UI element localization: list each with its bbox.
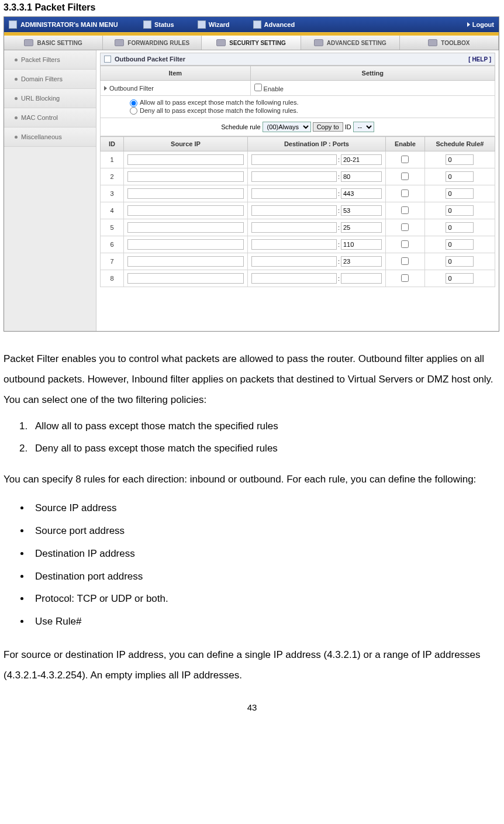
advanced-setting-icon — [314, 39, 323, 46]
enable-checkbox[interactable] — [254, 84, 262, 91]
panel-title: Outbound Packet Filter — [115, 56, 185, 63]
dest-ip-input[interactable] — [251, 256, 337, 267]
topbar-advanced[interactable]: Advanced — [253, 20, 295, 29]
source-ip-cell — [124, 219, 248, 236]
enable-cell — [385, 185, 424, 202]
schedule-label: Schedule rule — [221, 123, 260, 130]
doc-ul-item: Use Rule# — [30, 612, 500, 632]
source-ip-input[interactable] — [127, 205, 244, 216]
tab-toolbox[interactable]: TOOLBOX — [400, 36, 499, 50]
panel-icon — [104, 56, 111, 63]
logout-link[interactable]: Logout — [467, 21, 494, 28]
radio-deny[interactable] — [130, 107, 137, 115]
rules-col-dest: Destination IP : Ports — [247, 137, 385, 151]
rule-enable-checkbox[interactable] — [401, 223, 409, 231]
rule-enable-checkbox[interactable] — [401, 274, 409, 282]
colon-sep: : — [338, 258, 340, 265]
sidebar-item-label: MAC Control — [21, 114, 58, 121]
enable-cell — [385, 270, 424, 287]
rule-id: 5 — [101, 219, 124, 236]
dest-port-input[interactable] — [341, 154, 382, 165]
status-icon — [143, 20, 151, 29]
dest-cell: : — [247, 185, 385, 202]
main-menu-text: ADMINISTRATOR's MAIN MENU — [20, 21, 118, 28]
sidebar-item-miscellaneous[interactable]: Miscellaneous — [4, 127, 96, 147]
dest-port-input[interactable] — [341, 205, 382, 216]
bullet-icon — [15, 97, 18, 100]
id-label: ID — [345, 123, 351, 130]
tab-basic-setting[interactable]: BASIC SETTING — [4, 36, 103, 50]
topbar-status[interactable]: Status — [143, 20, 174, 29]
dest-ip-input[interactable] — [251, 188, 337, 199]
dest-ip-input[interactable] — [251, 154, 337, 165]
menu-icon — [9, 20, 17, 29]
col-setting: Setting — [250, 66, 495, 81]
dest-port-input[interactable] — [341, 273, 382, 284]
rules-table: ID Source IP Destination IP : Ports Enab… — [100, 136, 495, 287]
sched-cell — [424, 185, 495, 202]
source-ip-input[interactable] — [127, 273, 244, 284]
copy-to-button[interactable]: Copy to — [313, 122, 343, 132]
advanced-icon — [253, 20, 261, 29]
rule-enable-checkbox[interactable] — [401, 257, 409, 265]
sidebar-item-mac-control[interactable]: MAC Control — [4, 108, 96, 127]
rule-enable-checkbox[interactable] — [401, 173, 409, 180]
sched-cell — [424, 168, 495, 185]
dest-ip-input[interactable] — [251, 205, 337, 216]
rule-enable-checkbox[interactable] — [401, 189, 409, 197]
sidebar-item-domain-filters[interactable]: Domain Filters — [4, 70, 96, 89]
tab-security-label: SECURITY SETTING — [229, 40, 286, 46]
dest-cell: : — [247, 168, 385, 185]
doc-para3: For source or destination IP address, yo… — [4, 645, 500, 686]
dest-port-input[interactable] — [341, 239, 382, 250]
section-heading: 3.3.3.1 Packet Filters — [4, 2, 500, 13]
schedule-rule-input[interactable] — [446, 171, 474, 182]
tab-advanced-setting[interactable]: ADVANCED SETTING — [301, 36, 400, 50]
dest-port-input[interactable] — [341, 171, 382, 182]
sched-cell — [424, 236, 495, 253]
tab-forwarding-rules[interactable]: FORWARDING RULES — [103, 36, 202, 50]
enable-cell — [385, 202, 424, 219]
source-ip-input[interactable] — [127, 222, 244, 233]
schedule-rule-input[interactable] — [446, 256, 474, 267]
schedule-rule-input[interactable] — [446, 188, 474, 199]
dest-ip-input[interactable] — [251, 239, 337, 250]
dest-port-input[interactable] — [341, 188, 382, 199]
dest-port-input[interactable] — [341, 222, 382, 233]
schedule-rule-input[interactable] — [446, 273, 474, 284]
dest-ip-input[interactable] — [251, 222, 337, 233]
schedule-rule-input[interactable] — [446, 154, 474, 165]
tab-security-setting[interactable]: SECURITY SETTING — [202, 36, 301, 50]
bullet-icon — [15, 58, 18, 61]
radio-allow[interactable] — [130, 99, 137, 107]
source-ip-input[interactable] — [127, 154, 244, 165]
enable-cell — [385, 219, 424, 236]
enable-cell — [385, 253, 424, 270]
bullet-icon — [15, 116, 18, 119]
page-number: 43 — [4, 702, 500, 712]
rule-enable-checkbox[interactable] — [401, 206, 409, 214]
doc-ul-item: Protocol: TCP or UDP or both. — [30, 589, 500, 609]
source-ip-input[interactable] — [127, 239, 244, 250]
dest-ip-input[interactable] — [251, 171, 337, 182]
schedule-rule-input[interactable] — [446, 222, 474, 233]
content-panel: Outbound Packet Filter [ HELP ] Item Set… — [96, 50, 499, 331]
dest-ip-input[interactable] — [251, 273, 337, 284]
colon-sep: : — [338, 241, 340, 248]
rules-col-source: Source IP — [124, 137, 248, 151]
id-select[interactable]: -- — [353, 122, 374, 132]
source-ip-input[interactable] — [127, 256, 244, 267]
sidebar-item-packet-filters[interactable]: Packet Filters — [4, 50, 96, 70]
rule-enable-checkbox[interactable] — [401, 156, 409, 163]
dest-port-input[interactable] — [341, 256, 382, 267]
source-ip-input[interactable] — [127, 188, 244, 199]
source-ip-input[interactable] — [127, 171, 244, 182]
schedule-select[interactable]: (00)Always — [263, 122, 311, 132]
rules-col-enable: Enable — [385, 137, 424, 151]
schedule-rule-input[interactable] — [446, 239, 474, 250]
sidebar-item-url-blocking[interactable]: URL Blocking — [4, 89, 96, 108]
schedule-rule-input[interactable] — [446, 205, 474, 216]
rule-enable-checkbox[interactable] — [401, 240, 409, 248]
topbar-wizard[interactable]: Wizard — [198, 20, 230, 29]
help-link[interactable]: [ HELP ] — [468, 56, 491, 63]
